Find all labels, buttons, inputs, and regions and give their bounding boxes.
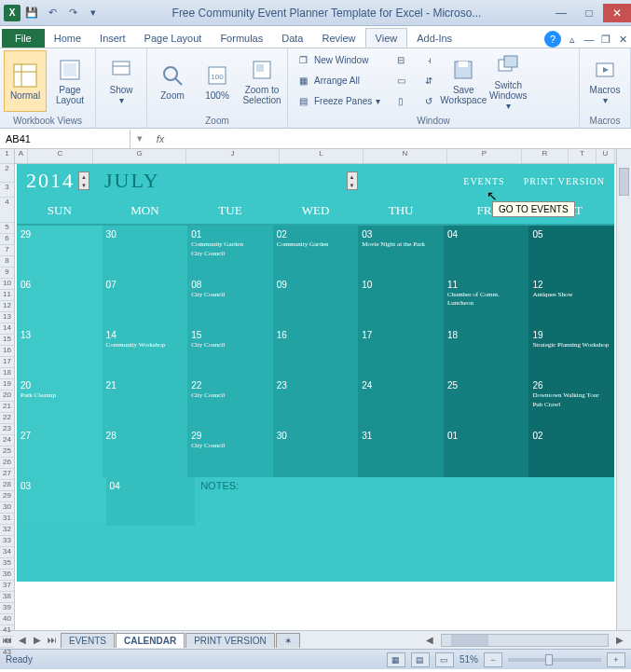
calendar-day[interactable]: 15City Council: [187, 326, 273, 377]
vertical-scrollbar[interactable]: [616, 149, 631, 630]
row-header[interactable]: 7: [0, 245, 14, 256]
horizontal-scrollbar[interactable]: [441, 634, 609, 647]
calendar-day[interactable]: 13: [17, 326, 103, 377]
row-header[interactable]: 40: [0, 614, 14, 625]
calendar-day[interactable]: 09: [273, 276, 359, 326]
year-spinner[interactable]: ▲▼: [78, 171, 89, 190]
row-header[interactable]: 9: [0, 267, 14, 279]
row-header[interactable]: 29: [0, 491, 14, 502]
zoom-100-button[interactable]: 100 100%: [196, 50, 239, 112]
sheet-tab-events[interactable]: EVENTS: [61, 633, 115, 648]
minimize-button[interactable]: —: [547, 4, 575, 22]
zoom-slider-thumb[interactable]: [545, 654, 553, 665]
calendar-day[interactable]: 21: [103, 377, 188, 427]
sheet-tab-insert[interactable]: ✶: [276, 633, 300, 648]
qat-redo[interactable]: ↷: [63, 4, 82, 22]
calendar-day[interactable]: 25: [444, 377, 529, 427]
row-header[interactable]: 25: [0, 446, 14, 458]
row-header[interactable]: 1: [0, 149, 14, 164]
show-button[interactable]: Show ▾: [100, 50, 143, 112]
row-header[interactable]: 19: [0, 379, 14, 391]
calendar-day[interactable]: 22City Council: [187, 377, 273, 427]
tab-addins[interactable]: Add-Ins: [407, 29, 461, 48]
row-header[interactable]: 27: [0, 469, 14, 480]
hscroll-right[interactable]: ▶: [612, 635, 627, 645]
column-header[interactable]: L: [280, 149, 364, 163]
tab-insert[interactable]: Insert: [90, 29, 135, 48]
column-header[interactable]: R: [522, 149, 569, 163]
calendar-day[interactable]: 27: [17, 427, 103, 477]
row-header[interactable]: 38: [0, 592, 14, 603]
close-button[interactable]: ✕: [603, 4, 631, 22]
row-header[interactable]: 36: [0, 569, 14, 581]
unhide-button[interactable]: ▯: [390, 91, 412, 111]
view-side-button[interactable]: ⫞: [418, 50, 440, 70]
row-header[interactable]: 33: [0, 536, 14, 547]
tab-nav-prev[interactable]: ◀: [15, 635, 30, 645]
row-header[interactable]: 12: [0, 301, 14, 312]
hide-button[interactable]: ▭: [390, 71, 412, 90]
calendar-day[interactable]: 17: [358, 326, 444, 377]
column-header[interactable]: J: [186, 149, 280, 163]
column-header[interactable]: T: [569, 149, 597, 163]
qat-save[interactable]: 💾: [22, 4, 41, 22]
notes-area[interactable]: NOTES:: [195, 477, 614, 526]
tab-view[interactable]: View: [365, 28, 408, 48]
calendar-day[interactable]: 18: [444, 326, 529, 377]
tab-home[interactable]: Home: [45, 29, 90, 48]
scrollbar-thumb[interactable]: [619, 168, 629, 196]
row-header[interactable]: 20: [0, 391, 14, 402]
arrange-all-button[interactable]: ▦Arrange All: [292, 71, 384, 90]
calendar-day[interactable]: 31: [358, 427, 444, 477]
row-header[interactable]: 13: [0, 312, 14, 323]
calendar-day[interactable]: 28: [103, 427, 188, 477]
calendar-day[interactable]: 04: [106, 477, 196, 526]
row-header[interactable]: 23: [0, 424, 14, 435]
ribbon-window-close[interactable]: ✕: [614, 31, 631, 48]
calendar-day[interactable]: 02Community Garden: [273, 226, 359, 276]
calendar-day[interactable]: 10: [358, 276, 444, 326]
fx-icon[interactable]: fx: [149, 133, 171, 144]
calendar-day[interactable]: 29: [17, 226, 103, 276]
zoom-in-button[interactable]: +: [607, 652, 625, 667]
row-header[interactable]: 24: [0, 435, 14, 446]
row-header[interactable]: 34: [0, 547, 14, 558]
row-header[interactable]: 32: [0, 525, 14, 536]
row-header[interactable]: 2: [0, 164, 14, 183]
minimize-ribbon-button[interactable]: ▵: [564, 31, 581, 48]
calendar-day[interactable]: 12Antiques Show: [528, 276, 614, 326]
calendar-day[interactable]: 06: [17, 276, 103, 326]
sync-scroll-button[interactable]: ⇵: [418, 71, 440, 90]
calendar-day[interactable]: 07: [103, 276, 188, 326]
calendar-day[interactable]: 14Community Workshop: [103, 326, 188, 377]
column-header[interactable]: C: [28, 149, 93, 163]
row-header[interactable]: 5: [0, 223, 14, 234]
zoom-out-button[interactable]: −: [484, 652, 502, 667]
column-header[interactable]: P: [447, 149, 522, 163]
zoom-selection-button[interactable]: Zoom to Selection: [240, 50, 283, 112]
name-box[interactable]: AB41: [0, 130, 130, 148]
ribbon-window-min[interactable]: —: [581, 31, 597, 48]
split-button[interactable]: ⊟: [390, 50, 412, 70]
calendar-day[interactable]: 30: [103, 226, 188, 276]
tab-formulas[interactable]: Formulas: [211, 29, 272, 48]
calendar-day[interactable]: 08City Council: [187, 276, 273, 326]
tab-page-layout[interactable]: Page Layout: [135, 29, 212, 48]
calendar-day[interactable]: 04: [444, 226, 529, 276]
row-header[interactable]: 39: [0, 603, 14, 614]
tab-nav-next[interactable]: ▶: [30, 635, 45, 645]
row-header[interactable]: 4: [0, 198, 14, 223]
switch-windows-button[interactable]: Switch Windows ▾: [487, 50, 529, 112]
zoom-button[interactable]: Zoom: [151, 50, 194, 112]
maximize-button[interactable]: □: [575, 4, 603, 22]
calendar-day[interactable]: 30: [273, 427, 359, 477]
qat-customize[interactable]: ▾: [84, 4, 103, 22]
row-header[interactable]: 17: [0, 357, 14, 368]
namebox-dropdown-icon[interactable]: ▾: [130, 132, 149, 144]
calendar-day[interactable]: 01: [444, 427, 529, 477]
print-version-link[interactable]: PRINT VERSION: [524, 176, 605, 186]
column-headers[interactable]: ACGJLNPRTU: [15, 149, 616, 164]
row-header[interactable]: 18: [0, 368, 14, 379]
row-header[interactable]: 6: [0, 234, 14, 245]
row-header[interactable]: 8: [0, 256, 14, 267]
